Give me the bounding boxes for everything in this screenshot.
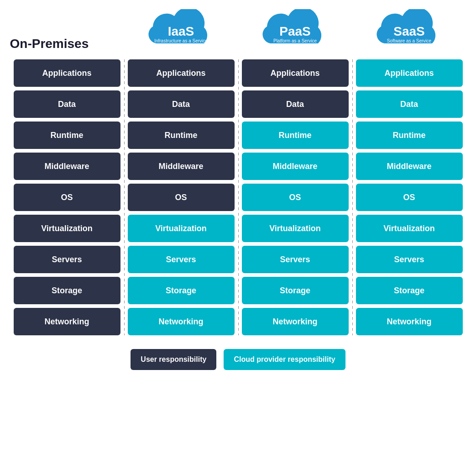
content-area: ApplicationsDataRuntimeMiddlewareOSVirtu… xyxy=(10,59,466,335)
cell-col-onprem-data: Data xyxy=(14,90,120,118)
cell-col-iaas-data: Data xyxy=(128,90,235,118)
cell-col-iaas-middleware: Middleware xyxy=(128,153,235,180)
saas-cloud-text: SaaS Software as a Service xyxy=(387,25,431,44)
cell-col-onprem-storage: Storage xyxy=(14,277,120,304)
cell-col-paas-storage: Storage xyxy=(242,277,349,304)
saas-subtitle: Software as a Service xyxy=(387,38,431,44)
cell-col-onprem-runtime: Runtime xyxy=(14,122,120,149)
cell-col-saas-networking: Networking xyxy=(356,308,463,335)
paas-cloud: PaaS Platform as a Service xyxy=(259,9,332,55)
cell-col-iaas-networking: Networking xyxy=(128,308,235,335)
cell-col-saas-runtime: Runtime xyxy=(356,122,463,149)
cell-col-onprem-networking: Networking xyxy=(14,308,120,335)
paas-title: PaaS xyxy=(279,25,311,38)
cell-col-paas-virtualization: Virtualization xyxy=(242,215,349,242)
cell-col-paas-runtime: Runtime xyxy=(242,122,349,149)
cell-col-iaas-runtime: Runtime xyxy=(128,122,235,149)
iaas-subtitle: Infrastructure as a Service xyxy=(154,38,208,44)
cell-col-paas-servers: Servers xyxy=(242,246,349,273)
cell-col-paas-middleware: Middleware xyxy=(242,153,349,180)
iaas-cloud-text: IaaS Infrastructure as a Service xyxy=(154,25,208,44)
cell-col-iaas-os: OS xyxy=(128,184,235,211)
cell-col-saas-os: OS xyxy=(356,184,463,211)
legend-user: User responsibility xyxy=(131,349,216,370)
cell-col-onprem-servers: Servers xyxy=(14,246,120,273)
cell-col-onprem-virtualization: Virtualization xyxy=(14,215,120,242)
cell-col-iaas-servers: Servers xyxy=(128,246,235,273)
paas-column: ApplicationsDataRuntimeMiddlewareOSVirtu… xyxy=(238,59,352,335)
cell-col-iaas-storage: Storage xyxy=(128,277,235,304)
saas-header: SaaS Software as a Service xyxy=(352,9,466,55)
cell-col-onprem-applications: Applications xyxy=(14,59,120,87)
saas-column: ApplicationsDataRuntimeMiddlewareOSVirtu… xyxy=(352,59,466,335)
cell-col-iaas-virtualization: Virtualization xyxy=(128,215,235,242)
iaas-column: ApplicationsDataRuntimeMiddlewareOSVirtu… xyxy=(124,59,238,335)
cell-col-saas-data: Data xyxy=(356,90,463,118)
cell-col-saas-applications: Applications xyxy=(356,59,463,87)
header-row: On-Premises IaaS Infrastructure as a Ser… xyxy=(10,9,466,55)
iaas-title: IaaS xyxy=(168,25,194,38)
cell-col-saas-virtualization: Virtualization xyxy=(356,215,463,242)
cell-col-paas-data: Data xyxy=(242,90,349,118)
onprem-title: On-Premises xyxy=(10,37,89,51)
iaas-cloud: IaaS Infrastructure as a Service xyxy=(145,9,218,55)
cell-col-saas-servers: Servers xyxy=(356,246,463,273)
cell-col-saas-storage: Storage xyxy=(356,277,463,304)
cell-col-paas-networking: Networking xyxy=(242,308,349,335)
cell-col-paas-os: OS xyxy=(242,184,349,211)
main-container: On-Premises IaaS Infrastructure as a Ser… xyxy=(10,9,466,370)
legend-user-box: User responsibility xyxy=(131,349,216,370)
cell-col-iaas-applications: Applications xyxy=(128,59,235,87)
legend-provider-box: Cloud provider responsibility xyxy=(224,349,345,370)
cell-col-saas-middleware: Middleware xyxy=(356,153,463,180)
onprem-column: ApplicationsDataRuntimeMiddlewareOSVirtu… xyxy=(10,59,124,335)
saas-cloud: SaaS Software as a Service xyxy=(373,9,446,55)
legend: User responsibility Cloud provider respo… xyxy=(131,349,345,370)
saas-title: SaaS xyxy=(393,25,425,38)
paas-header: PaaS Platform as a Service xyxy=(238,9,352,55)
cell-col-onprem-middleware: Middleware xyxy=(14,153,120,180)
legend-provider: Cloud provider responsibility xyxy=(224,349,345,370)
paas-subtitle: Platform as a Service xyxy=(273,38,317,44)
onprem-header: On-Premises xyxy=(10,9,124,55)
paas-cloud-text: PaaS Platform as a Service xyxy=(273,25,317,44)
cell-col-onprem-os: OS xyxy=(14,184,120,211)
iaas-header: IaaS Infrastructure as a Service xyxy=(124,9,238,55)
cell-col-paas-applications: Applications xyxy=(242,59,349,87)
